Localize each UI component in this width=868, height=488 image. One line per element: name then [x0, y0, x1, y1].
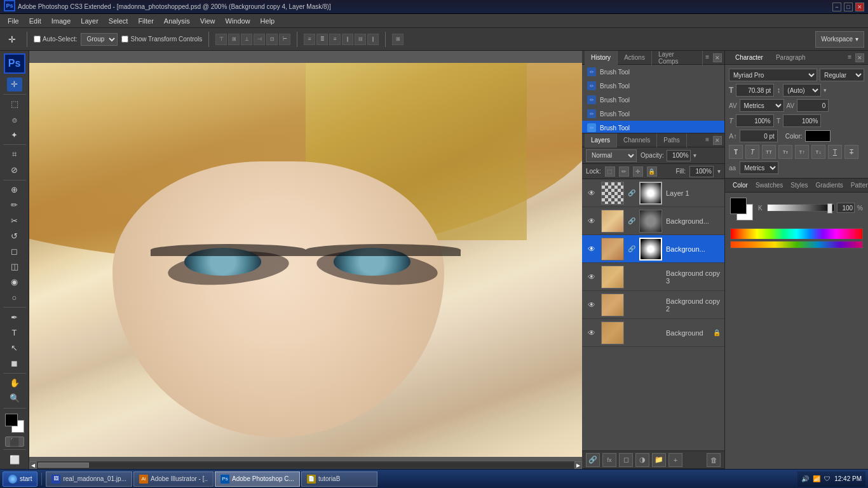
autoselect-check[interactable]: [34, 36, 41, 43]
dist-left[interactable]: ∥: [342, 34, 353, 45]
char-close-btn[interactable]: ✕: [855, 53, 864, 62]
scroll-right-btn[interactable]: ▶: [574, 461, 582, 469]
autoselect-checkbox[interactable]: Auto-Select:: [34, 36, 77, 43]
screen-mode-btn[interactable]: ⬜: [7, 452, 22, 466]
k-slider-track[interactable]: [767, 204, 834, 212]
tracking-input[interactable]: [797, 99, 829, 112]
style-smallcaps[interactable]: Tт: [778, 145, 792, 159]
history-item[interactable]: ✏ Brush Tool: [582, 79, 724, 93]
taskbar-item-tutorial[interactable]: 📄 tutoriaB: [301, 471, 377, 487]
align-hcenter[interactable]: ⊡: [266, 34, 278, 45]
transform-check[interactable]: [121, 36, 128, 43]
layers-close-btn[interactable]: ✕: [713, 136, 722, 145]
scroll-left-btn[interactable]: ◀: [29, 461, 37, 469]
taskbar-item-photoshop[interactable]: Ps Adobe Photoshop C...: [215, 471, 300, 487]
move-tool-icon[interactable]: ✛: [4, 31, 20, 48]
tab-styles[interactable]: Styles: [787, 180, 811, 190]
style-strikethrough[interactable]: T: [844, 145, 858, 159]
canvas-image[interactable]: [29, 63, 582, 457]
scroll-track-h[interactable]: [38, 463, 573, 468]
align-vcenter[interactable]: ⊞: [228, 34, 240, 45]
taskbar-item-illustrator[interactable]: Ai Adobe Illustrator - [..: [133, 471, 214, 487]
start-button[interactable]: start: [3, 471, 37, 487]
dist-top[interactable]: ≡: [304, 34, 315, 45]
text-color-swatch[interactable]: [805, 130, 831, 142]
tab-layers[interactable]: Layers: [585, 133, 617, 147]
history-close-btn[interactable]: ✕: [713, 53, 722, 62]
dist-hcenter[interactable]: ⊟: [355, 34, 366, 45]
tab-layer-comps[interactable]: Layer Comps: [652, 51, 703, 65]
opacity-input[interactable]: [667, 150, 691, 161]
workspace-button[interactable]: Workspace ▾: [815, 31, 864, 48]
shape-tool[interactable]: ◼: [7, 356, 22, 370]
layer-item-active[interactable]: 👁 🔗 Backgroun...: [582, 235, 724, 263]
layer-visibility-active[interactable]: 👁: [586, 243, 597, 255]
new-layer-btn[interactable]: +: [668, 453, 682, 467]
crop-tool[interactable]: ⌗: [7, 147, 22, 161]
menu-layer[interactable]: Layer: [76, 16, 104, 26]
menu-analysis[interactable]: Analysis: [159, 16, 195, 26]
add-mask-btn[interactable]: ◻: [619, 453, 633, 467]
menu-help[interactable]: Help: [255, 16, 280, 26]
layer-item-bg[interactable]: 👁 Background 🔒: [582, 319, 724, 347]
leading-select[interactable]: (Auto): [783, 84, 821, 97]
blend-mode-select[interactable]: Normal Multiply Screen Overlay: [586, 149, 637, 162]
lock-all[interactable]: 🔒: [647, 166, 657, 177]
marquee-tool[interactable]: ⬚: [7, 97, 22, 111]
menu-edit[interactable]: Edit: [24, 16, 46, 26]
baseline-input[interactable]: [740, 130, 778, 142]
fill-arrow[interactable]: ▾: [717, 168, 721, 175]
fg-swatch[interactable]: [730, 198, 747, 214]
kerning-select[interactable]: Metrics Optical 0: [740, 99, 784, 112]
hand-tool[interactable]: ✋: [7, 376, 22, 390]
horizontal-scale-input[interactable]: [783, 114, 821, 127]
font-family-select[interactable]: Myriad Pro: [729, 69, 817, 81]
link-layers-btn[interactable]: 🔗: [586, 453, 600, 467]
fg-bg-colors[interactable]: [5, 414, 24, 433]
layer-item-bgcopy2[interactable]: 👁 Background copy 2: [582, 291, 724, 319]
lock-image[interactable]: ✏: [619, 166, 629, 177]
path-select[interactable]: ↖: [7, 341, 22, 355]
menu-filter[interactable]: Filter: [133, 16, 158, 26]
minimize-button[interactable]: −: [832, 3, 841, 11]
dist-bottom[interactable]: ≡: [329, 34, 341, 45]
move-tool[interactable]: ✛: [7, 78, 22, 92]
menu-view[interactable]: View: [195, 16, 220, 26]
align-bottom[interactable]: ⊥: [241, 34, 252, 45]
autoselect-dropdown[interactable]: Group Layer: [81, 33, 118, 46]
tab-gradients[interactable]: Gradients: [812, 180, 847, 190]
color-spectrum-bar[interactable]: [730, 228, 863, 240]
history-item-active[interactable]: ✏ Brush Tool: [582, 121, 724, 133]
menu-select[interactable]: Select: [104, 16, 133, 26]
fg-bg-swatches[interactable]: [730, 198, 753, 220]
style-allcaps[interactable]: TT: [762, 145, 776, 159]
layer-item-bgcopy4[interactable]: 👁 🔗 Background...: [582, 207, 724, 235]
history-item[interactable]: ✏ Brush Tool: [582, 65, 724, 79]
tab-swatches[interactable]: Swatches: [752, 180, 787, 190]
menu-window[interactable]: Window: [220, 16, 255, 26]
close-button[interactable]: ✕: [855, 3, 864, 11]
taskbar-item-photo[interactable]: 🖼 real_madonna_01.jp...: [46, 471, 132, 487]
layer-visibility-bg[interactable]: 👁: [586, 327, 597, 339]
tab-color[interactable]: Color: [729, 180, 752, 190]
char-menu-btn[interactable]: ≡: [845, 53, 854, 62]
menu-image[interactable]: Image: [46, 16, 76, 26]
heal-tool[interactable]: ⊕: [7, 183, 22, 197]
layer-visibility-bgcopy2[interactable]: 👁: [586, 299, 597, 311]
maximize-button[interactable]: □: [844, 3, 853, 11]
k-slider-thumb[interactable]: [827, 203, 832, 214]
gradient-tool[interactable]: ◫: [7, 260, 22, 274]
scroll-thumb-h[interactable]: [38, 463, 89, 468]
align-top[interactable]: ⊤: [215, 34, 227, 45]
history-item[interactable]: ✏ Brush Tool: [582, 93, 724, 107]
align-left[interactable]: ⊣: [254, 34, 265, 45]
pen-tool[interactable]: ✒: [7, 310, 22, 324]
style-italic[interactable]: T: [745, 145, 759, 159]
leading-arrow-btn[interactable]: ▾: [824, 87, 827, 93]
lock-transparent[interactable]: ⬚: [605, 166, 615, 177]
font-size-input[interactable]: [736, 84, 774, 97]
dist-vcenter[interactable]: ≣: [316, 34, 328, 45]
style-underline[interactable]: T: [828, 145, 842, 159]
font-style-select[interactable]: Regular Bold Italic: [820, 69, 864, 81]
new-adj-layer-btn[interactable]: ◑: [635, 453, 649, 467]
